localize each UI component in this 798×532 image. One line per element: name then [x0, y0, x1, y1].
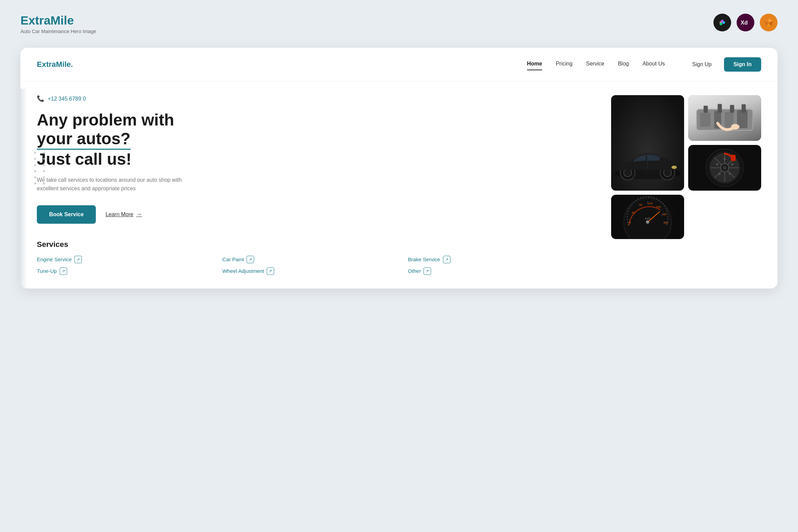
car-image	[611, 95, 684, 191]
service-wheel[interactable]: Wheel Adjustment ↗	[222, 267, 405, 275]
svg-rect-36	[731, 155, 736, 161]
nav-link-blog[interactable]: Blog	[618, 61, 629, 68]
services-heading: Services	[37, 240, 591, 249]
nav-brand-mile: Mile	[56, 60, 71, 69]
service-brake-label: Brake Service	[408, 256, 440, 262]
nav-link-home[interactable]: Home	[527, 61, 542, 68]
nav-link-pricing[interactable]: Pricing	[556, 61, 573, 68]
learn-more-label: Learn More	[105, 211, 133, 218]
phone-icon: 📞	[37, 95, 44, 102]
service-other-arrow: ↗	[424, 267, 431, 275]
nav-link-service[interactable]: Service	[586, 61, 604, 68]
svg-point-41	[729, 173, 731, 175]
service-car-paint-label: Car Paint	[222, 256, 244, 262]
svg-point-42	[719, 173, 721, 175]
navbar: ExtraMile. Home Pricing Service Blog Abo…	[20, 48, 778, 82]
dot-grid-decoration	[34, 152, 48, 184]
svg-point-40	[731, 163, 733, 165]
sketch-icon	[760, 14, 778, 31]
svg-rect-26	[730, 105, 734, 113]
svg-text:200: 200	[663, 221, 668, 224]
brand-extra-text: Extra	[20, 14, 50, 27]
top-brand-title: ExtraMile	[20, 14, 96, 27]
svg-point-3	[720, 23, 722, 25]
service-tuneup-arrow: ↗	[60, 267, 67, 275]
left-section: 📞 +12 345 6789 0 Any problem with your a…	[37, 95, 597, 275]
nav-brand: ExtraMile.	[37, 60, 73, 69]
svg-text:km/h: km/h	[645, 217, 650, 220]
service-wheel-label: Wheel Adjustment	[222, 268, 264, 274]
cta-row: Book Service Learn More →	[37, 205, 591, 224]
svg-text:120: 120	[648, 202, 653, 205]
wheel-image	[688, 145, 761, 191]
hero-description: We take call services to locations aroun…	[37, 176, 187, 193]
svg-point-4	[721, 20, 724, 23]
service-other[interactable]: Other ↗	[408, 267, 591, 275]
svg-point-39	[724, 158, 726, 160]
hero-title-line1: Any problem with	[37, 111, 174, 129]
top-brand: ExtraMile Auto Car Maintenance Hero Imag…	[20, 14, 96, 34]
service-brake-arrow: ↗	[443, 256, 450, 263]
image-grid: 0 40 80 120 140 160 200 km/h	[611, 95, 761, 239]
svg-point-54	[646, 220, 649, 224]
engine-image	[688, 95, 761, 141]
hero-title-line3: Just call us!	[37, 150, 131, 168]
svg-text:Xd: Xd	[741, 20, 748, 26]
svg-rect-24	[704, 106, 708, 113]
main-content: 📞 +12 345 6789 0 Any problem with your a…	[20, 82, 778, 289]
nav-actions: Sign Up Sign In	[685, 57, 761, 72]
figma-icon	[713, 14, 731, 31]
service-car-paint[interactable]: Car Paint ↗	[222, 256, 405, 263]
service-engine-label: Engine Service	[37, 256, 72, 262]
services-grid: Engine Service ↗ Car Paint ↗ Brake Servi…	[37, 256, 591, 275]
svg-point-28	[731, 124, 740, 130]
service-tuneup[interactable]: Tune-Up ↗	[37, 267, 220, 275]
hero-title-line2: your autos?	[37, 129, 131, 150]
service-brake[interactable]: Brake Service ↗	[408, 256, 591, 263]
svg-point-17	[671, 166, 677, 169]
signin-button[interactable]: Sign In	[724, 57, 761, 72]
service-other-label: Other	[408, 268, 421, 274]
svg-rect-25	[718, 104, 722, 113]
learn-more-button[interactable]: Learn More →	[105, 211, 142, 218]
phone-number: +12 345 6789 0	[48, 96, 86, 102]
xd-icon: Xd	[737, 14, 754, 31]
service-car-paint-arrow: ↗	[247, 256, 254, 263]
service-tuneup-label: Tune-Up	[37, 268, 57, 274]
phone-row: 📞 +12 345 6789 0	[37, 95, 591, 102]
service-wheel-arrow: ↗	[267, 267, 274, 275]
tool-icons: Xd	[713, 14, 778, 31]
brand-mile-text: Mile	[50, 14, 74, 27]
nav-brand-extra: Extra	[37, 60, 56, 69]
svg-rect-20	[700, 113, 711, 127]
svg-text:160: 160	[662, 213, 666, 216]
signup-button[interactable]: Sign Up	[685, 58, 719, 71]
services-section: Services Engine Service ↗ Car Paint ↗ Br…	[37, 240, 591, 275]
hero-title: Any problem with your autos? Just call u…	[37, 110, 591, 169]
svg-rect-27	[741, 104, 745, 113]
service-engine[interactable]: Engine Service ↗	[37, 256, 220, 263]
speedometer-image: 0 40 80 120 140 160 200 km/h	[611, 195, 684, 239]
svg-point-38	[723, 166, 727, 170]
service-engine-arrow: ↗	[74, 256, 82, 263]
main-card: ExtraMile. Home Pricing Service Blog Abo…	[20, 48, 778, 289]
top-brand-subtitle: Auto Car Maintenance Hero Image	[20, 29, 96, 34]
svg-point-43	[716, 163, 718, 165]
nav-brand-dot: .	[71, 60, 73, 69]
svg-text:80: 80	[639, 203, 642, 206]
top-bar: ExtraMile Auto Car Maintenance Hero Imag…	[20, 14, 778, 34]
nav-link-about[interactable]: About Us	[642, 61, 665, 68]
nav-links: Home Pricing Service Blog About Us	[527, 61, 665, 68]
arrow-icon: →	[136, 211, 142, 218]
book-service-button[interactable]: Book Service	[37, 205, 96, 224]
